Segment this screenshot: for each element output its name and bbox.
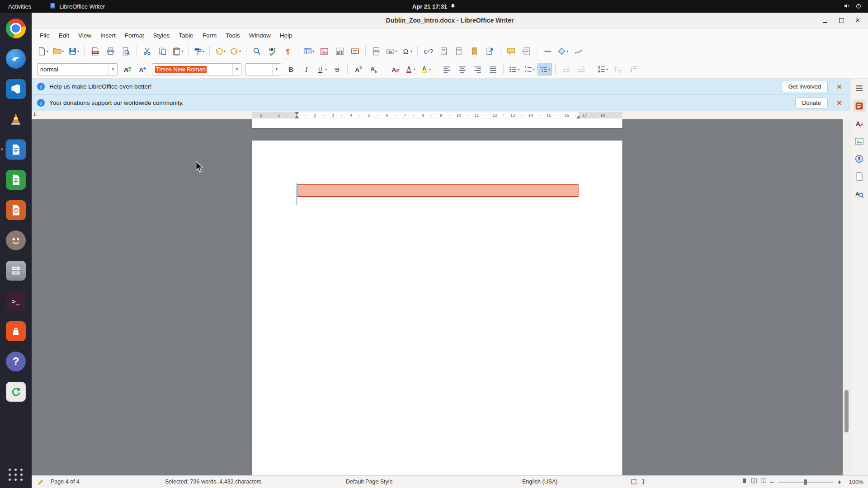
menu-tools[interactable]: Tools (221, 30, 245, 41)
track-changes-button[interactable] (519, 45, 533, 57)
close-button[interactable]: × (853, 15, 863, 25)
subscript-button[interactable]: Ab (366, 63, 381, 75)
decrease-paragraph-spacing-button[interactable] (626, 63, 641, 75)
statusbar-page-style[interactable]: Default Page Style (346, 476, 393, 488)
horizontal-ruler[interactable]: L 2·1·1·2·3·4·5·6·7·8·9·10·11·12·13·14·1… (32, 111, 850, 119)
clone-formatting-button[interactable]: ▾ (192, 45, 206, 57)
tab-stop-selector[interactable]: L (34, 112, 37, 117)
clear-formatting-button[interactable]: A (387, 63, 402, 75)
sidebar-tab-properties[interactable] (853, 99, 866, 112)
print-preview-button[interactable] (118, 45, 133, 57)
insert-table-button[interactable]: ▾ (302, 45, 316, 57)
page-4[interactable] (252, 141, 623, 475)
hyperlink-button[interactable] (421, 45, 435, 57)
align-justify-button[interactable] (486, 63, 500, 75)
minimize-button[interactable] (820, 15, 830, 25)
comment-button[interactable] (504, 45, 518, 57)
close-infobar-icon[interactable]: × (837, 99, 842, 107)
statusbar-page-info[interactable]: Page 4 of 4 (51, 476, 80, 488)
dock-item-software-updater[interactable] (5, 381, 26, 402)
insert-chart-button[interactable] (332, 45, 347, 57)
sidebar-tab-sidebar-settings[interactable] (853, 82, 866, 94)
activities-button[interactable]: Activities (0, 0, 39, 13)
sidebar-tab-style-inspector[interactable]: A (853, 188, 866, 200)
italic-button[interactable]: I (299, 63, 313, 75)
footnote-button[interactable]: 1 (436, 45, 451, 57)
dock-item-terminal[interactable]: >_ (5, 291, 26, 311)
dock-item-libreoffice-impress[interactable] (5, 200, 26, 221)
horizontal-line-button[interactable] (540, 45, 555, 57)
chevron-down-icon[interactable]: ▾ (272, 64, 281, 75)
vertical-scrollbar[interactable] (843, 119, 850, 475)
right-indent-marker[interactable] (576, 116, 581, 118)
new-style-button[interactable]: A (135, 63, 150, 75)
align-right-button[interactable] (470, 63, 485, 75)
dock-item-ubuntu-software[interactable] (5, 321, 26, 342)
align-left-button[interactable] (439, 63, 454, 75)
font-color-button[interactable]: A▾ (403, 63, 417, 75)
zoom-in-button[interactable]: + (838, 476, 841, 488)
dock-item-vlc[interactable] (5, 109, 26, 130)
statusbar-word-count[interactable]: Selected: 736 words, 4,432 characters (165, 476, 261, 488)
multi-page-view-icon[interactable] (751, 476, 757, 488)
font-size-combobox[interactable]: ▾ (245, 63, 281, 75)
menu-window[interactable]: Window (245, 30, 275, 41)
menu-edit[interactable]: Edit (54, 30, 74, 41)
dock-item-libreoffice-calc[interactable] (5, 169, 26, 190)
align-center-button[interactable] (455, 63, 469, 75)
copy-button[interactable] (155, 45, 170, 57)
insert-field-button[interactable]: fx▾ (384, 45, 399, 57)
dock-item-help[interactable]: ? (5, 351, 26, 372)
export-pdf-button[interactable]: PDF (88, 45, 102, 57)
basic-shapes-button[interactable]: ▾ (556, 45, 570, 57)
strikethrough-button[interactable]: S (330, 63, 344, 75)
donate-button[interactable]: Donate (795, 97, 828, 108)
menu-format[interactable]: Format (120, 30, 149, 41)
paragraph-style-combobox[interactable]: normal ▾ (37, 63, 118, 75)
titlebar[interactable]: Dublin_Zoo_Intro.docx - LibreOffice Writ… (32, 13, 868, 28)
bookmark-button[interactable] (467, 45, 481, 57)
menu-styles[interactable]: Styles (149, 30, 175, 41)
zoom-slider-thumb[interactable] (804, 479, 807, 485)
paste-button[interactable]: ▾ (170, 45, 185, 57)
close-infobar-icon[interactable]: × (837, 82, 842, 91)
left-indent-marker[interactable] (295, 116, 299, 118)
undo-button[interactable]: ▾ (213, 45, 227, 57)
update-style-button[interactable]: A (120, 63, 134, 75)
decrease-indent-button[interactable] (559, 63, 573, 75)
scrollbar-thumb[interactable] (844, 390, 849, 433)
statusbar-language[interactable]: English (USA) (522, 476, 558, 488)
insert-textbox-button[interactable] (348, 45, 362, 57)
sidebar-tab-gallery[interactable] (853, 135, 866, 147)
page-3-bottom[interactable] (252, 119, 623, 128)
first-line-indent-marker[interactable] (295, 112, 299, 115)
ordered-list-button[interactable]: 12▾ (522, 63, 537, 75)
formatting-marks-button[interactable]: ¶ (280, 45, 295, 57)
single-page-view-icon[interactable] (741, 476, 748, 488)
insert-image-button[interactable] (317, 45, 331, 57)
superscript-button[interactable]: Ab (351, 63, 365, 75)
menu-help[interactable]: Help (275, 30, 297, 41)
increase-paragraph-spacing-button[interactable] (611, 63, 625, 75)
zoom-level[interactable]: 100% (844, 476, 863, 488)
save-button[interactable]: ▾ (66, 45, 81, 57)
menu-view[interactable]: View (74, 30, 96, 41)
maximize-button[interactable] (836, 15, 846, 25)
insert-mode-indicator[interactable] (631, 479, 646, 485)
edit-mode-icon[interactable] (37, 478, 44, 488)
bold-button[interactable]: B (283, 63, 298, 75)
sidebar-tab-styles[interactable]: A (853, 117, 866, 130)
dock-item-vscode[interactable] (5, 79, 26, 99)
open-folder-button[interactable]: ▾ (51, 45, 66, 57)
menu-form[interactable]: Form (198, 30, 222, 41)
increase-indent-button[interactable] (574, 63, 589, 75)
cut-button[interactable] (140, 45, 154, 57)
spelling-button[interactable]: ABC (265, 45, 279, 57)
dock-item-gimp[interactable] (5, 230, 26, 251)
clock[interactable]: Apr 21 17:31 (412, 3, 456, 10)
freeform-line-button[interactable] (571, 45, 585, 57)
focused-app-indicator[interactable]: LibreOffice Writer (49, 2, 105, 10)
get-involved-button[interactable]: Get involved (782, 81, 828, 92)
line-spacing-button[interactable]: ▾ (595, 63, 610, 75)
underline-button[interactable]: U▾ (314, 63, 329, 75)
